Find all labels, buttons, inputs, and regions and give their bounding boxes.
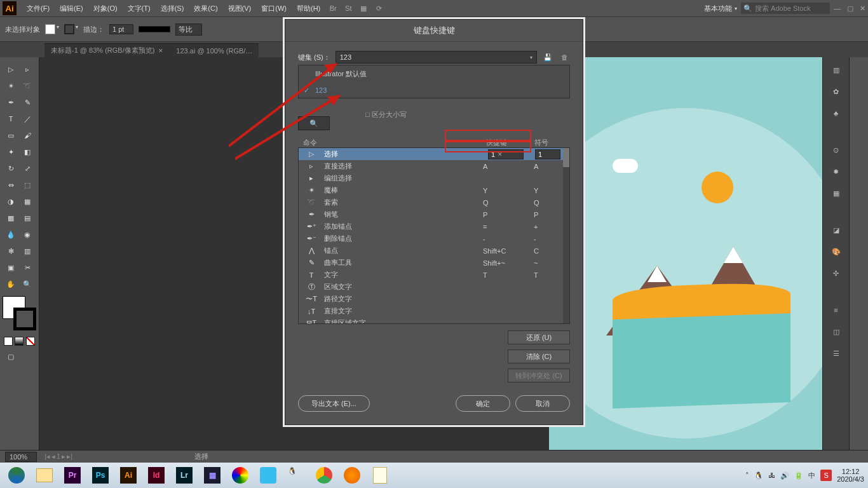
list-item[interactable]: ↓T直排文字 — [299, 305, 569, 317]
system-tray[interactable]: ˄ 🐧 🖧 🔊 🔋 中 S 12:12 2020/4/3 — [745, 468, 864, 483]
list-item[interactable]: ➰套索QQ — [299, 196, 569, 208]
scale-tool[interactable]: ⤢ — [19, 160, 36, 177]
menu-type[interactable]: 文字(T) — [123, 0, 156, 17]
zoom-tool[interactable]: 🔍 — [19, 276, 36, 292]
menu-effect[interactable]: 效果(C) — [189, 0, 222, 17]
rectangle-tool[interactable]: ▭ — [3, 127, 19, 144]
swatches-panel-icon[interactable]: ▦ — [829, 186, 844, 201]
pathfinder-icon[interactable]: ◪ — [829, 222, 844, 238]
symbol-sprayer-tool[interactable]: ✻ — [3, 243, 19, 259]
artboard-nav[interactable]: |◂◂1▸▸| — [44, 452, 72, 461]
services-panel-icon[interactable]: ✹ — [829, 164, 844, 179]
menu-view[interactable]: 视图(V) — [223, 0, 257, 17]
tray-sogou-icon[interactable]: S — [820, 470, 832, 481]
zoom-level[interactable]: 100% — [5, 452, 37, 462]
symbol-input[interactable]: 1 — [535, 149, 560, 159]
fill-swatch[interactable] — [45, 24, 55, 34]
stock-search[interactable]: 🔍搜索 Adobe Stock — [741, 3, 830, 14]
hand-tool[interactable]: ✋ — [3, 276, 19, 292]
menu-object[interactable]: 对象(O) — [88, 0, 123, 17]
delete-set-icon[interactable]: 🗑 — [559, 53, 570, 61]
tray-up-icon[interactable]: ˄ — [745, 471, 749, 480]
color-mode-none[interactable] — [26, 337, 35, 346]
export-text-button[interactable]: 导出文本 (E)... — [298, 395, 370, 412]
transparency-icon[interactable]: ◫ — [829, 324, 844, 339]
eyedropper-tool[interactable]: 💧 — [3, 226, 19, 243]
stroke-width-select[interactable]: 1 pt — [109, 24, 133, 34]
stock-icon[interactable]: St — [342, 2, 355, 15]
list-scrollbar[interactable] — [563, 148, 569, 323]
set-option-default[interactable]: Illustrator 默认值 — [299, 65, 569, 83]
shortcut-input[interactable]: 1✕ — [488, 149, 524, 159]
list-item[interactable]: ▹直接选择AA — [299, 160, 569, 172]
paintbrush-tool[interactable]: 🖌 — [19, 127, 36, 144]
set-option-123[interactable]: 123 — [299, 83, 569, 98]
arrange-docs-icon[interactable]: ▦ — [357, 2, 370, 15]
color-preview[interactable] — [3, 296, 36, 330]
list-item[interactable]: ✒⁺添加锚点=+ — [299, 220, 569, 233]
command-list[interactable]: ▷ 选择 1✕ 1 ▹直接选择AA ▸编组选择 ✴魔棒YY ➰套索QQ ✒钢笔P… — [298, 147, 570, 324]
eraser-tool[interactable]: ◧ — [19, 144, 36, 160]
right-collapse-strip[interactable] — [849, 57, 868, 450]
list-item[interactable]: ✴魔棒YY — [299, 184, 569, 196]
taskbar-clock[interactable]: 12:12 2020/4/3 — [837, 468, 864, 483]
curvature-tool[interactable]: ✎ — [19, 94, 36, 111]
lasso-tool[interactable]: ➰ — [19, 78, 36, 94]
menu-help[interactable]: 帮助(H) — [292, 0, 325, 17]
properties-panel-icon[interactable]: ▥ — [829, 62, 844, 78]
type-tool[interactable]: T — [3, 111, 19, 127]
libraries-panel-icon[interactable]: ✿ — [829, 84, 844, 99]
bridge-icon[interactable]: Br — [327, 2, 339, 15]
menu-select[interactable]: 选择(S) — [156, 0, 189, 17]
window-maximize-icon[interactable]: ▢ — [847, 4, 853, 13]
mesh-tool[interactable]: ▩ — [3, 210, 19, 226]
taskbar-app-firefox[interactable] — [339, 465, 365, 485]
artboard-tool[interactable]: ▣ — [3, 259, 19, 276]
stroke-uniform-select[interactable]: 等比 — [175, 24, 202, 36]
cc-panel-icon[interactable]: ⊙ — [829, 142, 844, 158]
taskbar-app-misc2[interactable] — [255, 465, 281, 485]
tray-ime-icon[interactable]: 中 — [808, 471, 815, 480]
tray-volume-icon[interactable]: 🔊 — [780, 471, 789, 480]
window-minimize-icon[interactable]: — — [834, 4, 841, 13]
selection-tool[interactable]: ▷ — [3, 61, 19, 78]
taskbar-app-chrome[interactable] — [311, 465, 337, 485]
gradient-tool[interactable]: ▤ — [19, 210, 36, 226]
brushes-icon[interactable]: 🎨 — [829, 244, 844, 259]
stroke-panel-icon[interactable]: ≡ — [829, 302, 844, 318]
stroke-swatch[interactable] — [64, 24, 74, 34]
magic-wand-tool[interactable]: ✴ — [3, 78, 19, 94]
list-item[interactable]: ⋀锚点Shift+CC — [299, 245, 569, 257]
menu-window[interactable]: 窗口(W) — [256, 0, 292, 17]
menu-file[interactable]: 文件(F) — [22, 0, 55, 17]
taskbar-app-qq[interactable]: 🐧 — [283, 465, 309, 485]
set-select[interactable]: 123▾ — [336, 51, 537, 64]
workspace-selector[interactable]: 基本功能▾ — [704, 4, 737, 13]
stroke-profile[interactable] — [139, 26, 170, 32]
ok-button[interactable]: 确定 — [456, 395, 510, 412]
clear-button[interactable]: 清除 (C) — [508, 349, 570, 363]
list-item[interactable]: ✒钢笔PP — [299, 208, 569, 220]
undo-button[interactable]: 还原 (U) — [508, 330, 570, 344]
list-item[interactable]: Ⓣ区域文字 — [299, 281, 569, 293]
taskbar-app-explorer[interactable] — [32, 465, 57, 485]
list-item[interactable]: T文字TT — [299, 269, 569, 281]
doc-tab-2[interactable]: 123.ai @ 100% (RGB/… — [170, 43, 259, 57]
perspective-tool[interactable]: ▦ — [19, 193, 36, 210]
taskbar-app-misc1[interactable] — [227, 465, 253, 485]
line-tool[interactable]: ／ — [19, 111, 36, 127]
close-icon[interactable]: ✕ — [158, 48, 163, 54]
list-item[interactable]: ⊟T直排区域文字 — [299, 317, 569, 324]
color-mode-solid[interactable] — [4, 337, 13, 346]
menu-edit[interactable]: 编辑(E) — [55, 0, 88, 17]
gpu-icon[interactable]: ⟳ — [372, 2, 385, 15]
list-item[interactable]: ✎曲率工具Shift+~~ — [299, 257, 569, 269]
color-panel-icon[interactable]: ♣ — [829, 105, 844, 121]
list-item[interactable]: ▸编组选择 — [299, 172, 569, 184]
taskbar-app-indesign[interactable]: Id — [144, 465, 169, 485]
list-item[interactable]: 〜T路径文字 — [299, 293, 569, 305]
taskbar-app-premiere[interactable]: Pr — [60, 465, 85, 485]
cancel-button[interactable]: 取消 — [515, 395, 570, 412]
shaper-tool[interactable]: ✦ — [3, 144, 19, 160]
graph-tool[interactable]: ▥ — [19, 243, 36, 259]
